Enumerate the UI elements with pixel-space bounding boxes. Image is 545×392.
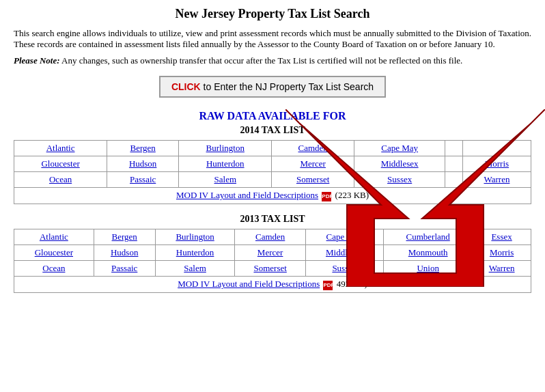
link-somerset-2014[interactable]: Somerset <box>296 174 329 184</box>
table-row: Gloucester Hudson Hunterdon Mercer Middl… <box>14 156 531 172</box>
note-label: Please Note: <box>14 55 60 66</box>
link-hunterdon-2013[interactable]: Hunterdon <box>176 247 214 257</box>
link-gloucester-2014[interactable]: Gloucester <box>41 158 79 169</box>
link-capemay-2013[interactable]: Cape May <box>326 232 363 242</box>
link-ocean-2013[interactable]: Ocean <box>42 263 65 273</box>
mod-size-2013: 492 KB) <box>337 279 367 289</box>
pdf-icon-2014: PDF <box>322 192 331 201</box>
link-warren-2014[interactable]: Warren <box>484 174 509 184</box>
note-text: Please Note: Any changes, such as owners… <box>14 55 531 66</box>
raw-data-title: RAW DATA AVAILABLE FOR <box>14 110 531 122</box>
link-salem-2014[interactable]: Salem <box>214 174 237 184</box>
table-row: Gloucester Hudson Hunterdon Mercer Middl… <box>14 245 531 261</box>
link-camden-2013[interactable]: Camden <box>255 232 285 242</box>
link-mercer-2013[interactable]: Mercer <box>257 247 283 257</box>
link-union-2013[interactable]: Union <box>417 263 439 273</box>
link-monmouth-2013[interactable]: Monmouth <box>408 247 448 257</box>
mod-row-2013: MOD IV Layout and Field Descriptions PDF… <box>14 277 531 293</box>
link-hudson-2013[interactable]: Hudson <box>111 247 138 257</box>
description-text: This search engine allows individuals to… <box>14 28 531 50</box>
link-bergen-2013[interactable]: Bergen <box>112 232 137 242</box>
link-essex-2013[interactable]: Essex <box>491 232 512 242</box>
link-burlington-2014[interactable]: Burlington <box>206 143 244 153</box>
link-hunterdon-2014[interactable]: Hunterdon <box>206 158 244 169</box>
link-middlesex-2014[interactable]: Middlesex <box>381 158 419 169</box>
link-sussex-2014[interactable]: Sussex <box>387 174 412 184</box>
table-row: Ocean Passaic Salem Somerset Sussex Warr… <box>14 172 531 188</box>
link-gloucester-2013[interactable]: Gloucester <box>35 247 73 257</box>
link-passaic-2014[interactable]: Passaic <box>130 174 156 184</box>
tax2013-label: 2013 TAX LIST <box>14 214 531 225</box>
link-sussex-2013[interactable]: Sussex <box>332 263 357 273</box>
mod-size-2014: (223 KB) <box>335 190 369 200</box>
note-body: Any changes, such as ownership transfer … <box>61 55 462 66</box>
tax2014-table: Atlantic Bergen Burlington Camden Cape M… <box>14 140 531 204</box>
link-capemay-2014[interactable]: Cape May <box>381 143 418 153</box>
link-burlington-2013[interactable]: Burlington <box>176 232 214 242</box>
mod-link-2014[interactable]: MOD IV Layout and Field Descriptions <box>176 190 318 200</box>
mod-row-2014: MOD IV Layout and Field Descriptions PDF… <box>14 188 531 204</box>
link-ocean-2014[interactable]: Ocean <box>49 174 72 184</box>
link-passaic-2013[interactable]: Passaic <box>111 263 137 273</box>
enter-btn-rest: to Enter the NJ Property Tax List Search <box>201 81 374 92</box>
pdf-icon-2013: PDF <box>323 281 333 290</box>
link-salem-2013[interactable]: Salem <box>184 263 206 273</box>
link-mercer-2014[interactable]: Mercer <box>300 158 326 169</box>
table-row: Atlantic Bergen Burlington Camden Cape M… <box>14 141 531 156</box>
page-title: New Jersey Property Tax List Search <box>14 7 531 21</box>
tax2014-label: 2014 TAX LIST <box>14 125 531 136</box>
link-warren-2013[interactable]: Warren <box>489 263 515 273</box>
enter-search-button[interactable]: CLICK to Enter the NJ Property Tax List … <box>159 76 386 98</box>
link-morris-2013[interactable]: Morris <box>490 247 514 257</box>
link-bergen-2014[interactable]: Bergen <box>130 143 156 153</box>
link-camden-2014[interactable]: Camden <box>298 143 328 153</box>
link-middlesex-2013[interactable]: Middlesex <box>326 247 363 257</box>
link-atlantic-2014[interactable]: Atlantic <box>46 143 75 153</box>
link-cumberland-2013[interactable]: Cumberland <box>406 232 450 242</box>
link-atlantic-2013[interactable]: Atlantic <box>40 232 68 242</box>
link-hudson-2014[interactable]: Hudson <box>129 158 156 169</box>
link-morris-2014[interactable]: Morris <box>485 158 509 169</box>
table-row: Ocean Passaic Salem Somerset Sussex Unio… <box>14 261 531 277</box>
link-somerset-2013[interactable]: Somerset <box>253 263 286 273</box>
click-label: CLICK <box>171 81 201 92</box>
tax2013-table: Atlantic Bergen Burlington Camden Cape M… <box>14 229 531 293</box>
table-row: Atlantic Bergen Burlington Camden Cape M… <box>14 229 531 245</box>
mod-link-2013[interactable]: MOD IV Layout and Field Descriptions <box>178 279 320 289</box>
